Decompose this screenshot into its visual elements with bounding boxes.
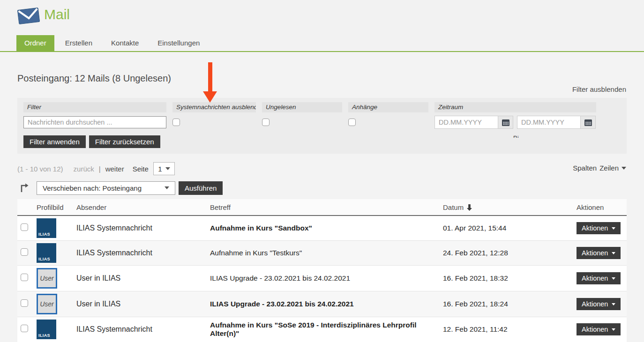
row-actions-button[interactable]: Aktionen	[577, 298, 621, 310]
mail-row: ILIAS ILIAS Systemnachricht Aufnahme in …	[17, 216, 627, 241]
date-from-input[interactable]	[434, 116, 498, 129]
pagination-separator: |	[99, 165, 101, 173]
sender-text: ILIAS Systemnachricht	[76, 249, 152, 257]
mail-subject-link[interactable]: ILIAS Upgrade - 23.02.2021 bis 24.02.202…	[210, 274, 350, 282]
tab-erstellen[interactable]: Erstellen	[57, 35, 100, 51]
calendar-icon	[502, 119, 509, 126]
page-select-value: 1	[158, 165, 162, 173]
hide-system-messages-checkbox[interactable]	[172, 119, 180, 126]
mail-page: Mail Ordner Erstellen Kontakte Einstellu…	[0, 0, 644, 342]
page-label: Seite	[133, 165, 149, 173]
bulk-action-bar: Verschieben nach: Posteingang Ausführen	[17, 181, 627, 195]
avatar: ILIAS	[37, 243, 56, 263]
mail-envelope-icon	[17, 6, 40, 26]
inbox-heading: Posteingang: 12 Mails (8 Ungelesen)	[17, 73, 644, 84]
row-checkbox[interactable]	[21, 223, 28, 231]
unread-label: Ungelesen	[262, 102, 342, 112]
sort-descending-icon	[466, 204, 472, 211]
mail-subject-link[interactable]: Aufnahme in Kurs "Sandbox"	[210, 224, 312, 232]
avatar: ILIAS	[37, 218, 56, 238]
sender-text: User in ILIAS	[76, 300, 120, 308]
next-page-link[interactable]: weiter	[105, 165, 124, 173]
reset-filter-button[interactable]: Filter zurücksetzen	[89, 135, 160, 148]
mail-row: User User in ILIAS ILIAS Upgrade - 23.02…	[17, 291, 627, 317]
avatar: ILIAS	[37, 320, 56, 339]
mail-date: 16. Feb 2021, 18:24	[443, 300, 508, 308]
column-header-profilbild: Profilbild	[33, 199, 73, 216]
row-checkbox[interactable]	[21, 274, 28, 281]
mail-row: ILIAS ILIAS Systemnachricht Aufnahme in …	[17, 317, 627, 342]
row-checkbox[interactable]	[21, 299, 28, 307]
unread-checkbox[interactable]	[262, 119, 270, 126]
caret-down-icon	[612, 227, 615, 230]
execute-button[interactable]: Ausführen	[179, 181, 223, 195]
hide-filter-link[interactable]: Filter ausblenden	[572, 85, 626, 93]
avatar: User	[37, 294, 57, 314]
column-header-absender[interactable]: Absender	[73, 199, 206, 216]
avatar: User	[37, 268, 57, 289]
attachments-checkbox[interactable]	[348, 119, 356, 126]
mail-date: 16. Feb 2021, 18:32	[443, 274, 508, 282]
caret-down-icon	[612, 328, 615, 331]
page-title: Mail	[44, 7, 70, 22]
sender-text: User in ILIAS	[76, 274, 120, 282]
calendar-icon	[584, 119, 592, 126]
page-select[interactable]: 1	[153, 162, 175, 175]
row-checkbox[interactable]	[21, 325, 28, 332]
rows-dropdown[interactable]: Zeilen	[599, 164, 619, 172]
chevron-down-icon	[165, 167, 170, 170]
clipped-text: Bi	[513, 134, 519, 138]
mail-row: User User in ILIAS ILIAS Upgrade - 23.02…	[17, 266, 627, 291]
move-to-select-value: Verschieben nach: Posteingang	[43, 184, 142, 192]
row-actions-button[interactable]: Aktionen	[577, 323, 621, 335]
mail-subject-link[interactable]: Aufnahme in Kurs "SoSe 2019 - Interdiszi…	[210, 321, 417, 337]
table-header-row: Profilbild Absender Betreff Datum Aktion…	[17, 199, 627, 216]
tab-ordner[interactable]: Ordner	[16, 35, 54, 51]
mail-subject-link[interactable]: ILIAS Upgrade - 23.02.2021 bis 24.02.202…	[210, 300, 354, 308]
header-checkbox-spacer	[17, 199, 33, 216]
column-header-aktionen: Aktionen	[573, 199, 627, 216]
row-actions-button[interactable]: Aktionen	[577, 222, 621, 234]
chevron-down-icon	[165, 186, 169, 189]
pagination-bar: (1 - 10 von 12) zurück | weiter Seite 1 …	[17, 162, 627, 175]
tab-bar: Ordner Erstellen Kontakte Einstellungen	[16, 35, 208, 51]
tab-einstellungen[interactable]: Einstellungen	[150, 35, 208, 51]
filter-panel: Filter Systemnachrichten ausblenden Unge…	[17, 98, 627, 154]
row-actions-button[interactable]: Aktionen	[577, 247, 621, 259]
search-input[interactable]	[23, 116, 166, 128]
caret-down-icon	[612, 277, 615, 280]
previous-page-link[interactable]: zurück	[74, 165, 94, 173]
sender-text: ILIAS Systemnachricht	[76, 325, 152, 333]
attachments-label: Anhänge	[348, 102, 428, 112]
hide-system-messages-label: Systemnachrichten ausblenden	[172, 102, 256, 112]
columns-dropdown[interactable]: Spalten	[573, 164, 597, 172]
tab-kontakte[interactable]: Kontakte	[103, 35, 147, 51]
apply-filter-button[interactable]: Filter anwenden	[23, 135, 86, 148]
move-arrow-icon	[20, 183, 30, 193]
mail-date: 12. Feb 2021, 11:42	[443, 325, 508, 333]
pagination-range: (1 - 10 von 12)	[17, 165, 63, 173]
calendar-button-from[interactable]	[498, 116, 513, 129]
mail-table: Profilbild Absender Betreff Datum Aktion…	[17, 199, 627, 342]
mail-subject-link[interactable]: Aufnahme in Kurs "Testkurs"	[210, 249, 302, 257]
date-to-input[interactable]	[517, 116, 580, 129]
filter-label: Filter	[23, 102, 166, 112]
column-header-betreff[interactable]: Betreff	[206, 199, 439, 216]
date-range-label: Zeitraum	[434, 102, 596, 112]
column-header-datum[interactable]: Datum	[439, 199, 573, 216]
mail-date: 01. Apr 2021, 15:44	[443, 224, 506, 232]
row-checkbox[interactable]	[21, 248, 28, 256]
move-to-select[interactable]: Verschieben nach: Posteingang	[37, 181, 175, 195]
sender-text: ILIAS Systemnachricht	[76, 224, 152, 232]
caret-down-icon	[612, 303, 615, 305]
caret-down-icon	[622, 167, 626, 170]
row-actions-button[interactable]: Aktionen	[577, 272, 621, 284]
top-bar: Mail Ordner Erstellen Kontakte Einstellu…	[0, 0, 644, 52]
mail-date: 24. Feb 2021, 12:28	[443, 249, 508, 257]
mail-row: ILIAS ILIAS Systemnachricht Aufnahme in …	[17, 241, 627, 266]
calendar-button-to[interactable]	[580, 116, 596, 129]
caret-down-icon	[612, 252, 615, 254]
